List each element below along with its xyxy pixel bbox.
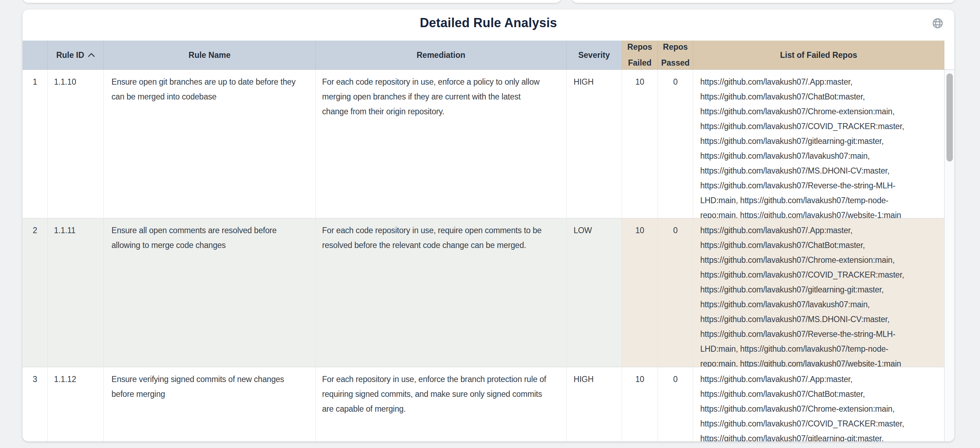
cell-rule-id: 1.1.10	[48, 70, 104, 218]
header-index	[22, 41, 48, 70]
cell-repos-failed: 10	[622, 70, 658, 218]
scrollbar-thumb[interactable]	[947, 73, 953, 162]
page-title: Detailed Rule Analysis	[22, 15, 954, 31]
cell-failed-repos-list: https://github.com/lavakush07/.App:maste…	[693, 70, 944, 218]
cell-remediation: For each code repository in use, enforce…	[316, 70, 566, 218]
table-row: 1 1.1.10 Ensure open git branches are up…	[22, 70, 944, 218]
chevron-up-icon	[88, 53, 95, 57]
header-repos-failed[interactable]: Repos Failed	[622, 41, 658, 70]
cell-row-number: 1	[22, 70, 48, 218]
cell-remediation: For each code repository in use, require…	[316, 218, 566, 367]
page: Detailed Rule Analysis Rule ID Rule Name	[0, 0, 980, 448]
cell-rule-name: Ensure open git branches are up to date …	[104, 70, 316, 218]
table-header: Rule ID Rule Name Remediation Severity R…	[22, 41, 954, 70]
top-card-left	[22, 0, 561, 3]
header-remediation[interactable]: Remediation	[316, 41, 566, 70]
header-failed-repos-list[interactable]: List of Failed Repos	[693, 41, 944, 70]
cell-repos-failed: 10	[622, 218, 658, 367]
cell-severity: HIGH	[566, 367, 622, 441]
table-row: 3 1.1.12 Ensure verifying signed commits…	[22, 367, 944, 441]
header-severity[interactable]: Severity	[566, 41, 622, 70]
header-rule-name[interactable]: Rule Name	[104, 41, 316, 70]
cell-repos-passed: 0	[658, 70, 693, 218]
cell-repos-passed: 0	[658, 367, 693, 441]
header-rule-id[interactable]: Rule ID	[48, 41, 104, 70]
top-card-right	[571, 0, 955, 3]
cell-rule-name: Ensure all open comments are resolved be…	[104, 218, 316, 367]
cell-failed-repos-list: https://github.com/lavakush07/.App:maste…	[693, 367, 944, 441]
cell-repos-failed: 10	[622, 367, 658, 441]
cell-row-number: 2	[22, 218, 48, 367]
vertical-scrollbar[interactable]	[944, 70, 954, 441]
cell-severity: LOW	[566, 218, 622, 367]
cell-remediation: For each repository in use, enforce the …	[316, 367, 566, 441]
cell-severity: HIGH	[566, 70, 622, 218]
cell-failed-repos-list: https://github.com/lavakush07/.App:maste…	[693, 218, 944, 367]
cell-repos-passed: 0	[658, 218, 693, 367]
globe-icon[interactable]	[932, 17, 943, 29]
cell-rule-name: Ensure verifying signed commits of new c…	[104, 367, 316, 441]
rule-analysis-card: Detailed Rule Analysis Rule ID Rule Name	[22, 10, 954, 441]
header-rule-id-label: Rule ID	[56, 47, 84, 63]
table-row: 2 1.1.11 Ensure all open comments are re…	[22, 218, 944, 367]
cell-row-number: 3	[22, 367, 48, 441]
header-repos-passed[interactable]: Repos Passed	[658, 41, 693, 70]
header-scrollbar-gutter	[944, 41, 954, 70]
table-body: 1 1.1.10 Ensure open git branches are up…	[22, 70, 954, 441]
cell-rule-id: 1.1.11	[48, 218, 104, 367]
cell-rule-id: 1.1.12	[48, 367, 104, 441]
